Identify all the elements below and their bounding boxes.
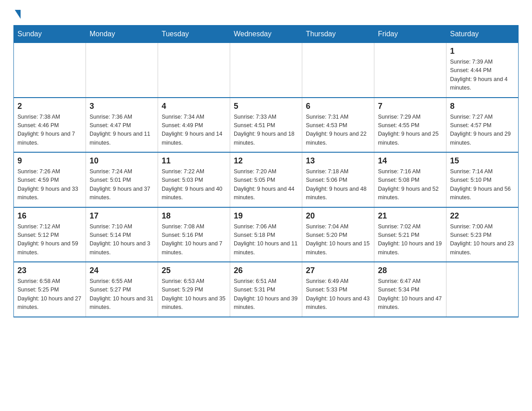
- calendar-day-cell: 10Sunrise: 7:24 AM Sunset: 5:01 PM Dayli…: [86, 152, 158, 207]
- day-number: 24: [90, 266, 154, 275]
- day-number: 10: [90, 156, 154, 166]
- day-number: 11: [162, 156, 226, 166]
- day-info: Sunrise: 7:34 AM Sunset: 4:49 PM Dayligh…: [162, 113, 226, 148]
- calendar-week-row: 9Sunrise: 7:26 AM Sunset: 4:59 PM Daylig…: [14, 152, 519, 207]
- day-info: Sunrise: 7:24 AM Sunset: 5:01 PM Dayligh…: [90, 167, 154, 202]
- day-number: 13: [306, 156, 370, 166]
- calendar-day-cell: 6Sunrise: 7:31 AM Sunset: 4:53 PM Daylig…: [302, 98, 374, 153]
- calendar-day-cell: 20Sunrise: 7:04 AM Sunset: 5:20 PM Dayli…: [302, 207, 374, 262]
- calendar-day-cell: 26Sunrise: 6:51 AM Sunset: 5:31 PM Dayli…: [230, 262, 302, 317]
- calendar-day-cell: [14, 43, 86, 98]
- day-number: 26: [234, 266, 298, 275]
- calendar-day-cell: 12Sunrise: 7:20 AM Sunset: 5:05 PM Dayli…: [230, 152, 302, 207]
- day-number: 27: [306, 266, 370, 275]
- day-info: Sunrise: 6:53 AM Sunset: 5:29 PM Dayligh…: [162, 277, 226, 312]
- day-of-week-header: Saturday: [446, 26, 519, 43]
- calendar-day-cell: 23Sunrise: 6:58 AM Sunset: 5:25 PM Dayli…: [14, 262, 86, 317]
- day-number: 15: [450, 156, 515, 166]
- day-info: Sunrise: 7:31 AM Sunset: 4:53 PM Dayligh…: [306, 113, 370, 148]
- day-number: 16: [17, 211, 82, 221]
- calendar-day-cell: 18Sunrise: 7:08 AM Sunset: 5:16 PM Dayli…: [158, 207, 230, 262]
- day-info: Sunrise: 7:14 AM Sunset: 5:10 PM Dayligh…: [450, 167, 515, 202]
- day-number: 14: [378, 156, 442, 166]
- calendar-day-cell: 13Sunrise: 7:18 AM Sunset: 5:06 PM Dayli…: [302, 152, 374, 207]
- calendar-day-cell: 3Sunrise: 7:36 AM Sunset: 4:47 PM Daylig…: [86, 98, 158, 153]
- calendar-day-cell: 25Sunrise: 6:53 AM Sunset: 5:29 PM Dayli…: [158, 262, 230, 317]
- calendar-day-cell: [446, 262, 519, 317]
- day-info: Sunrise: 7:29 AM Sunset: 4:55 PM Dayligh…: [378, 113, 442, 148]
- days-of-week-row: SundayMondayTuesdayWednesdayThursdayFrid…: [14, 26, 519, 43]
- day-info: Sunrise: 6:51 AM Sunset: 5:31 PM Dayligh…: [234, 277, 298, 312]
- calendar-day-cell: 7Sunrise: 7:29 AM Sunset: 4:55 PM Daylig…: [374, 98, 446, 153]
- day-number: 4: [162, 102, 226, 111]
- calendar-day-cell: 21Sunrise: 7:02 AM Sunset: 5:21 PM Dayli…: [374, 207, 446, 262]
- calendar-day-cell: 14Sunrise: 7:16 AM Sunset: 5:08 PM Dayli…: [374, 152, 446, 207]
- day-info: Sunrise: 7:26 AM Sunset: 4:59 PM Dayligh…: [17, 167, 82, 202]
- day-info: Sunrise: 7:36 AM Sunset: 4:47 PM Dayligh…: [90, 113, 154, 148]
- calendar-day-cell: 19Sunrise: 7:06 AM Sunset: 5:18 PM Dayli…: [230, 207, 302, 262]
- day-number: 18: [162, 211, 226, 221]
- calendar-day-cell: 5Sunrise: 7:33 AM Sunset: 4:51 PM Daylig…: [230, 98, 302, 153]
- calendar-day-cell: [158, 43, 230, 98]
- calendar-day-cell: 27Sunrise: 6:49 AM Sunset: 5:33 PM Dayli…: [302, 262, 374, 317]
- day-info: Sunrise: 7:02 AM Sunset: 5:21 PM Dayligh…: [378, 223, 442, 257]
- logo: [13, 9, 23, 18]
- day-number: 25: [162, 266, 226, 275]
- day-number: 7: [378, 102, 442, 111]
- calendar-day-cell: 2Sunrise: 7:38 AM Sunset: 4:46 PM Daylig…: [14, 98, 86, 153]
- day-number: 1: [450, 47, 515, 56]
- calendar-day-cell: 4Sunrise: 7:34 AM Sunset: 4:49 PM Daylig…: [158, 98, 230, 153]
- calendar-body: 1Sunrise: 7:39 AM Sunset: 4:44 PM Daylig…: [14, 43, 519, 317]
- day-info: Sunrise: 7:08 AM Sunset: 5:16 PM Dayligh…: [162, 223, 226, 257]
- day-number: 5: [234, 102, 298, 111]
- day-of-week-header: Thursday: [302, 26, 374, 43]
- day-info: Sunrise: 7:20 AM Sunset: 5:05 PM Dayligh…: [234, 167, 298, 202]
- day-info: Sunrise: 7:06 AM Sunset: 5:18 PM Dayligh…: [234, 223, 298, 257]
- day-info: Sunrise: 7:39 AM Sunset: 4:44 PM Dayligh…: [450, 58, 515, 93]
- calendar-day-cell: 15Sunrise: 7:14 AM Sunset: 5:10 PM Dayli…: [446, 152, 519, 207]
- calendar-day-cell: 9Sunrise: 7:26 AM Sunset: 4:59 PM Daylig…: [14, 152, 86, 207]
- day-info: Sunrise: 6:47 AM Sunset: 5:34 PM Dayligh…: [378, 277, 442, 312]
- day-info: Sunrise: 6:49 AM Sunset: 5:33 PM Dayligh…: [306, 277, 370, 312]
- day-number: 22: [450, 211, 515, 221]
- day-of-week-header: Tuesday: [158, 26, 230, 43]
- day-number: 3: [90, 102, 154, 111]
- day-info: Sunrise: 7:16 AM Sunset: 5:08 PM Dayligh…: [378, 167, 442, 202]
- calendar-day-cell: 24Sunrise: 6:55 AM Sunset: 5:27 PM Dayli…: [86, 262, 158, 317]
- day-info: Sunrise: 7:33 AM Sunset: 4:51 PM Dayligh…: [234, 113, 298, 148]
- day-number: 6: [306, 102, 370, 111]
- calendar-day-cell: 8Sunrise: 7:27 AM Sunset: 4:57 PM Daylig…: [446, 98, 519, 153]
- calendar-day-cell: 17Sunrise: 7:10 AM Sunset: 5:14 PM Dayli…: [86, 207, 158, 262]
- day-of-week-header: Monday: [86, 26, 158, 43]
- day-of-week-header: Wednesday: [230, 26, 302, 43]
- calendar-day-cell: 11Sunrise: 7:22 AM Sunset: 5:03 PM Dayli…: [158, 152, 230, 207]
- calendar-day-cell: [86, 43, 158, 98]
- day-info: Sunrise: 7:18 AM Sunset: 5:06 PM Dayligh…: [306, 167, 370, 202]
- calendar-day-cell: 28Sunrise: 6:47 AM Sunset: 5:34 PM Dayli…: [374, 262, 446, 317]
- day-of-week-header: Friday: [374, 26, 446, 43]
- day-number: 19: [234, 211, 298, 221]
- day-number: 2: [17, 102, 82, 111]
- day-number: 28: [378, 266, 442, 275]
- calendar-table: SundayMondayTuesdayWednesdayThursdayFrid…: [13, 25, 519, 317]
- day-number: 9: [17, 156, 82, 166]
- day-info: Sunrise: 7:22 AM Sunset: 5:03 PM Dayligh…: [162, 167, 226, 202]
- day-info: Sunrise: 7:04 AM Sunset: 5:20 PM Dayligh…: [306, 223, 370, 257]
- day-info: Sunrise: 7:38 AM Sunset: 4:46 PM Dayligh…: [17, 113, 82, 148]
- calendar-week-row: 23Sunrise: 6:58 AM Sunset: 5:25 PM Dayli…: [14, 262, 519, 317]
- calendar-day-cell: 1Sunrise: 7:39 AM Sunset: 4:44 PM Daylig…: [446, 43, 519, 98]
- day-number: 12: [234, 156, 298, 166]
- day-number: 21: [378, 211, 442, 221]
- day-number: 23: [17, 266, 82, 275]
- calendar-day-cell: 22Sunrise: 7:00 AM Sunset: 5:23 PM Dayli…: [446, 207, 519, 262]
- day-info: Sunrise: 7:10 AM Sunset: 5:14 PM Dayligh…: [90, 223, 154, 257]
- day-info: Sunrise: 6:58 AM Sunset: 5:25 PM Dayligh…: [17, 277, 82, 312]
- calendar-header: SundayMondayTuesdayWednesdayThursdayFrid…: [14, 26, 519, 43]
- day-of-week-header: Sunday: [14, 26, 86, 43]
- calendar-day-cell: [374, 43, 446, 98]
- calendar-day-cell: [230, 43, 302, 98]
- day-number: 17: [90, 211, 154, 221]
- day-number: 20: [306, 211, 370, 221]
- calendar-day-cell: [302, 43, 374, 98]
- day-info: Sunrise: 6:55 AM Sunset: 5:27 PM Dayligh…: [90, 277, 154, 312]
